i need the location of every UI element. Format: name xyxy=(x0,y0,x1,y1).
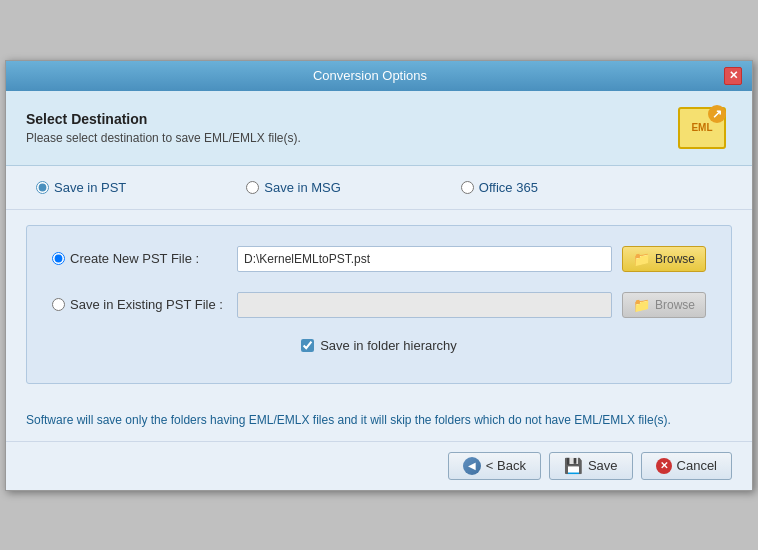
create-new-label[interactable]: Create New PST File : xyxy=(70,251,199,266)
eml-icon-label: EML xyxy=(691,122,712,133)
header-subtext: Please select destination to save EML/EM… xyxy=(26,131,301,145)
office365-radio[interactable] xyxy=(461,181,474,194)
save-msg-label[interactable]: Save in MSG xyxy=(264,180,341,195)
browse-existing-button[interactable]: 📁 Browse xyxy=(622,292,706,318)
destination-options: Save in PST Save in MSG Office 365 xyxy=(6,166,752,210)
title-bar: Conversion Options ✕ xyxy=(6,61,752,91)
cancel-icon: ✕ xyxy=(656,458,672,474)
radio-office365[interactable]: Office 365 xyxy=(461,180,538,195)
checkbox-row: Save in folder hierarchy xyxy=(52,338,706,353)
browse-create-button[interactable]: 📁 Browse xyxy=(622,246,706,272)
folder-icon: 📁 xyxy=(633,251,650,267)
header-section: Select Destination Please select destina… xyxy=(6,91,752,166)
create-pst-row: Create New PST File : D:\\KernelEMLtoPST… xyxy=(52,246,706,272)
browse-existing-label: Browse xyxy=(655,298,695,312)
office365-label[interactable]: Office 365 xyxy=(479,180,538,195)
header-text: Select Destination Please select destina… xyxy=(26,111,301,145)
save-msg-radio[interactable] xyxy=(246,181,259,194)
existing-pst-label-group: Save in Existing PST File : xyxy=(52,297,227,312)
create-new-radio[interactable] xyxy=(52,252,65,265)
eml-icon: EML ↗ xyxy=(678,107,726,149)
back-label: < Back xyxy=(486,458,526,473)
radio-save-pst[interactable]: Save in PST xyxy=(36,180,126,195)
dialog-title: Conversion Options xyxy=(16,68,724,83)
eml-icon-container: EML ↗ xyxy=(672,103,732,153)
eml-arrow-icon: ↗ xyxy=(708,105,726,123)
back-button[interactable]: ◀ < Back xyxy=(448,452,541,480)
footer: ◀ < Back 💾 Save ✕ Cancel xyxy=(6,441,752,490)
folder-hierarchy-label[interactable]: Save in folder hierarchy xyxy=(320,338,457,353)
back-icon: ◀ xyxy=(463,457,481,475)
close-button[interactable]: ✕ xyxy=(724,67,742,85)
inner-box: Create New PST File : D:\\KernelEMLtoPST… xyxy=(26,225,732,384)
save-pst-radio[interactable] xyxy=(36,181,49,194)
info-text: Software will save only the folders havi… xyxy=(6,399,752,441)
existing-pst-input[interactable] xyxy=(237,292,612,318)
save-button[interactable]: 💾 Save xyxy=(549,452,633,480)
save-pst-label[interactable]: Save in PST xyxy=(54,180,126,195)
radio-save-msg[interactable]: Save in MSG xyxy=(246,180,341,195)
create-pst-input[interactable]: D:\\KernelEMLtoPST.pst xyxy=(237,246,612,272)
create-pst-label-group: Create New PST File : xyxy=(52,251,227,266)
browse-create-label: Browse xyxy=(655,252,695,266)
main-content: Create New PST File : D:\\KernelEMLtoPST… xyxy=(6,210,752,399)
cancel-label: Cancel xyxy=(677,458,717,473)
existing-pst-row: Save in Existing PST File : 📁 Browse xyxy=(52,292,706,318)
dialog-window: Conversion Options ✕ Select Destination … xyxy=(5,60,753,491)
save-label: Save xyxy=(588,458,618,473)
save-icon: 💾 xyxy=(564,457,583,475)
save-existing-radio[interactable] xyxy=(52,298,65,311)
folder-hierarchy-checkbox[interactable] xyxy=(301,339,314,352)
header-heading: Select Destination xyxy=(26,111,301,127)
info-text-content: Software will save only the folders havi… xyxy=(26,413,671,427)
cancel-button[interactable]: ✕ Cancel xyxy=(641,452,732,480)
existing-pst-label[interactable]: Save in Existing PST File : xyxy=(70,297,223,312)
folder-disabled-icon: 📁 xyxy=(633,297,650,313)
